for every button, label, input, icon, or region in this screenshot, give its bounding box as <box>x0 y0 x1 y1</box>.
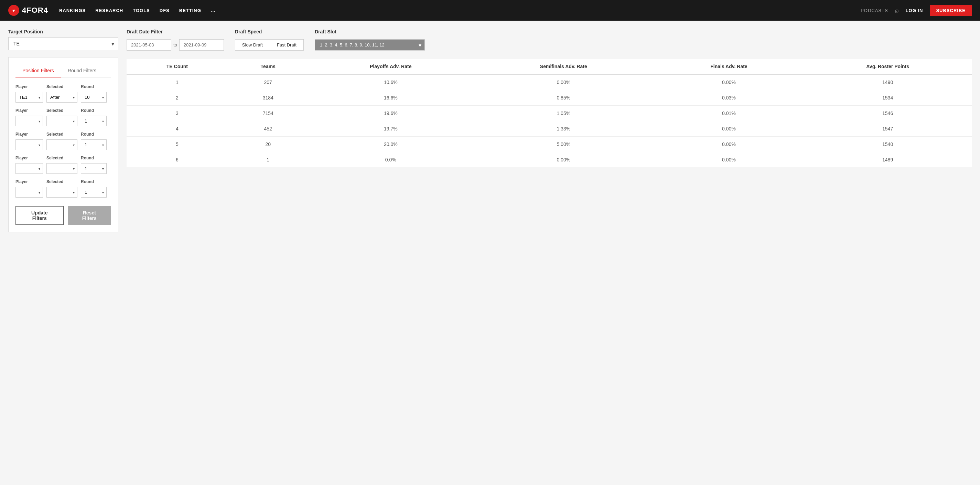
col-finals: Finals Adv. Rate <box>654 59 804 74</box>
cell-avg-roster-5: 1489 <box>803 152 972 168</box>
logo-icon: ♥ <box>8 5 19 16</box>
target-position-section: Target Position QB RB WR TE K DEF ▾ <box>8 29 118 50</box>
cell-semifinals-0: 0.00% <box>473 74 654 90</box>
reset-filters-button[interactable]: Reset Filters <box>68 206 111 225</box>
right-panel: Draft Date Filter to Draft Speed Slow Dr… <box>127 29 972 477</box>
cell-finals-0: 0.00% <box>654 74 804 90</box>
filter-row-5: Player Selected Ro <box>16 179 111 198</box>
player-select-4[interactable] <box>16 163 43 174</box>
draft-speed-options: Slow Draft Fast Draft <box>235 39 304 51</box>
cell-finals-4: 0.00% <box>654 137 804 152</box>
round-select-3[interactable]: 123 <box>81 139 107 150</box>
cell-te-count-3: 4 <box>127 121 228 137</box>
cell-semifinals-2: 1.05% <box>473 106 654 121</box>
draft-slot-wrapper: 1, 2, 3, 4, 5, 6, 7, 8, 9, 10, 11, 12 <box>315 39 425 51</box>
nav-dfs[interactable]: DFS <box>160 8 170 13</box>
filter-group-selected-5: Selected <box>46 179 77 198</box>
cell-avg-roster-3: 1547 <box>803 121 972 137</box>
round-label-3: Round <box>81 132 107 137</box>
selected-label-4: Selected <box>46 156 77 160</box>
player-select-1[interactable]: TE1 TE2 TE3 <box>16 92 43 102</box>
tab-round-filters[interactable]: Round Filters <box>61 64 103 77</box>
table-body: 1 207 10.6% 0.00% 0.00% 1490 2 3184 16.6… <box>127 74 972 167</box>
selected-select-2[interactable] <box>46 116 77 126</box>
date-start-input[interactable] <box>127 39 171 51</box>
target-position-select[interactable]: QB RB WR TE K DEF <box>8 37 118 50</box>
selected-label-3: Selected <box>46 132 77 137</box>
fast-draft-option[interactable]: Fast Draft <box>270 40 303 50</box>
selected-select-wrapper-5 <box>46 187 77 198</box>
col-semifinals: Semifinals Adv. Rate <box>473 59 654 74</box>
cell-avg-roster-0: 1490 <box>803 74 972 90</box>
player-label-2: Player <box>16 108 43 113</box>
round-label-2: Round <box>81 108 107 113</box>
round-select-wrapper-2: 123 <box>81 116 107 126</box>
filter-group-round-4: Round 123 <box>81 156 107 174</box>
round-select-1[interactable]: 12345 678910 1112 <box>81 92 107 102</box>
cell-semifinals-3: 1.33% <box>473 121 654 137</box>
cell-avg-roster-1: 1534 <box>803 90 972 106</box>
nav-rankings[interactable]: RANKINGS <box>59 8 86 13</box>
cell-semifinals-4: 5.00% <box>473 137 654 152</box>
filter-group-round-5: Round 123 <box>81 179 107 198</box>
draft-slot-select[interactable]: 1, 2, 3, 4, 5, 6, 7, 8, 9, 10, 11, 12 <box>315 39 425 51</box>
cell-te-count-5: 6 <box>127 152 228 168</box>
cell-semifinals-5: 0.00% <box>473 152 654 168</box>
cell-semifinals-1: 0.85% <box>473 90 654 106</box>
player-select-wrapper-2 <box>16 116 43 126</box>
round-select-wrapper-1: 12345 678910 1112 <box>81 92 107 102</box>
nav-links: RANKINGS RESEARCH TOOLS DFS BETTING ... <box>59 7 216 13</box>
cell-teams-2: 7154 <box>228 106 309 121</box>
table-header-row: TE Count Teams Playoffs Adv. Rate Semifi… <box>127 59 972 74</box>
draft-speed-label: Draft Speed <box>235 29 304 34</box>
selected-select-3[interactable] <box>46 139 77 150</box>
search-icon[interactable]: ⌕ <box>895 7 899 14</box>
results-table: TE Count Teams Playoffs Adv. Rate Semifi… <box>127 59 972 167</box>
nav-betting[interactable]: BETTING <box>179 8 201 13</box>
update-filters-button[interactable]: Update Filters <box>16 206 64 225</box>
draft-date-filter-block: Draft Date Filter to <box>127 29 224 51</box>
subscribe-button[interactable]: SUBSCRIBE <box>930 5 972 16</box>
selected-select-1[interactable]: After Before <box>46 92 77 102</box>
podcasts-link[interactable]: PODCASTS <box>861 8 888 13</box>
selected-label-2: Selected <box>46 108 77 113</box>
col-avg-roster: Avg. Roster Points <box>803 59 972 74</box>
cell-te-count-1: 2 <box>127 90 228 106</box>
selected-select-5[interactable] <box>46 187 77 198</box>
date-to-label: to <box>173 42 177 48</box>
cell-playoffs-2: 19.6% <box>309 106 473 121</box>
login-button[interactable]: LOG IN <box>906 8 923 13</box>
cell-playoffs-3: 19.7% <box>309 121 473 137</box>
nav-research[interactable]: RESEARCH <box>95 8 123 13</box>
main-content: Target Position QB RB WR TE K DEF ▾ Posi… <box>0 21 980 485</box>
player-label-1: Player <box>16 85 43 89</box>
player-select-2[interactable] <box>16 116 43 126</box>
filter-group-selected-1: Selected After Before <box>46 85 77 102</box>
date-end-input[interactable] <box>179 39 224 51</box>
table-row: 2 3184 16.6% 0.85% 0.03% 1534 <box>127 90 972 106</box>
cell-playoffs-5: 0.0% <box>309 152 473 168</box>
filter-group-player-1: Player TE1 TE2 TE3 <box>16 85 43 102</box>
selected-select-4[interactable] <box>46 163 77 174</box>
date-range: to <box>127 39 224 51</box>
round-select-wrapper-3: 123 <box>81 139 107 150</box>
player-label-3: Player <box>16 132 43 137</box>
filter-group-round-2: Round 123 <box>81 108 107 126</box>
player-select-5[interactable] <box>16 187 43 198</box>
draft-date-label: Draft Date Filter <box>127 29 224 34</box>
nav-tools[interactable]: TOOLS <box>133 8 150 13</box>
col-playoffs: Playoffs Adv. Rate <box>309 59 473 74</box>
filter-row-4: Player Selected Ro <box>16 156 111 174</box>
player-select-3[interactable] <box>16 139 43 150</box>
tab-position-filters[interactable]: Position Filters <box>16 64 61 77</box>
player-select-wrapper-4 <box>16 163 43 174</box>
nav-more[interactable]: ... <box>211 8 216 13</box>
round-label-5: Round <box>81 179 107 184</box>
round-select-4[interactable]: 123 <box>81 163 107 174</box>
round-select-2[interactable]: 123 <box>81 116 107 126</box>
filter-group-selected-4: Selected <box>46 156 77 174</box>
slow-draft-option[interactable]: Slow Draft <box>235 40 270 50</box>
draft-slot-block: Draft Slot 1, 2, 3, 4, 5, 6, 7, 8, 9, 10… <box>315 29 425 51</box>
round-select-5[interactable]: 123 <box>81 187 107 198</box>
logo-text: 4FOR4 <box>22 6 48 15</box>
